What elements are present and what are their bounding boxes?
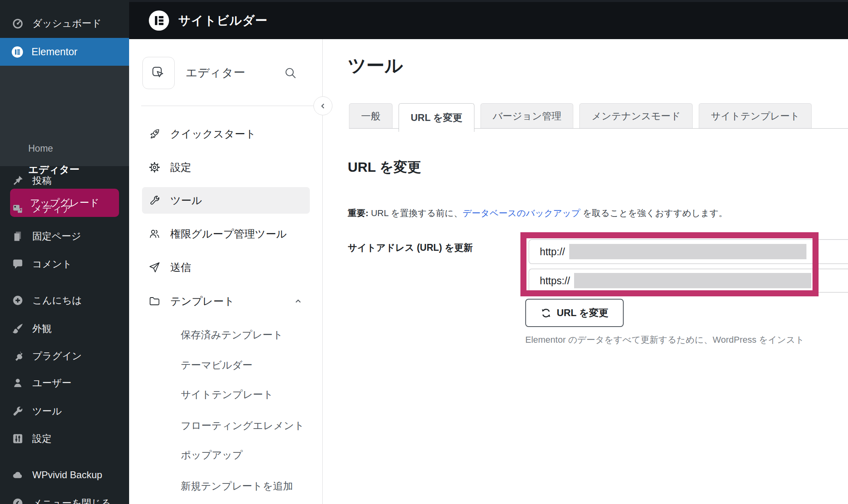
http-url-input[interactable]: http:// bbox=[528, 239, 848, 264]
sidebar-item-label: コメント bbox=[32, 258, 72, 271]
app-topbar: サイトビルダー bbox=[129, 0, 848, 39]
editor-mode-button[interactable] bbox=[142, 57, 175, 89]
sidebar-item-label: 外観 bbox=[32, 322, 52, 335]
sidebar-item-label: メディア bbox=[32, 202, 72, 215]
wrench-icon bbox=[12, 406, 23, 417]
tab-general[interactable]: 一般 bbox=[349, 103, 393, 128]
submenu-item-home[interactable]: Home bbox=[28, 140, 53, 157]
panel-item-label: 設定 bbox=[170, 160, 191, 175]
plugin-icon bbox=[12, 350, 23, 362]
sidebar-item-posts[interactable]: 投稿 bbox=[0, 169, 129, 193]
panel-item-submissions[interactable]: 送信 bbox=[129, 255, 322, 280]
send-icon bbox=[148, 261, 161, 273]
tab-site-templates[interactable]: サイトテンプレート bbox=[699, 103, 812, 128]
sidebar-item-label: 設定 bbox=[32, 432, 52, 445]
search-icon[interactable] bbox=[283, 66, 298, 80]
pages-icon bbox=[12, 231, 23, 242]
sliders-icon bbox=[12, 433, 23, 444]
panel-subitem-theme-builder[interactable]: テーマビルダー bbox=[181, 358, 253, 372]
sidebar-item-plugins[interactable]: プラグイン bbox=[0, 344, 129, 368]
tab-version-control[interactable]: バージョン管理 bbox=[480, 103, 573, 128]
elementor-panel: エディター クイックスタート 設定 ツール 権限グループ管理ツール 送信 bbox=[129, 39, 323, 504]
wp-admin-screen: ダッシュボード Elementor Home エディター アップグレード 投稿 … bbox=[0, 0, 848, 504]
panel-subitem-floating-elements[interactable]: フローティングエレメント bbox=[181, 419, 304, 432]
panel-item-settings[interactable]: 設定 bbox=[129, 155, 322, 180]
redacted-url-value bbox=[569, 244, 806, 259]
user-icon bbox=[12, 377, 23, 389]
comment-icon bbox=[12, 258, 23, 270]
panel-item-quickstart[interactable]: クイックスタート bbox=[129, 121, 322, 146]
sidebar-item-label: こんにちは bbox=[32, 294, 82, 307]
chevron-left-icon bbox=[319, 102, 328, 110]
sidebar-item-elementor[interactable]: Elementor bbox=[0, 38, 129, 66]
elementor-logo-icon bbox=[11, 46, 23, 58]
sidebar-item-label: 投稿 bbox=[32, 174, 52, 187]
users-group-icon bbox=[148, 228, 161, 240]
important-label: 重要: bbox=[348, 208, 368, 218]
sidebar-item-tools[interactable]: ツール bbox=[0, 399, 129, 423]
editor-cursor-icon bbox=[150, 64, 167, 82]
database-backup-link[interactable]: データベースのバックアップ bbox=[463, 208, 581, 218]
redacted-url-value bbox=[574, 273, 811, 288]
panel-collapse-button[interactable] bbox=[313, 96, 332, 115]
https-prefix: https:// bbox=[540, 275, 570, 287]
collapse-menu-icon bbox=[12, 498, 23, 504]
panel-item-role-manager[interactable]: 権限グループ管理ツール bbox=[129, 221, 322, 246]
main-content: ツール 一般 URL を変更 バージョン管理 メンテナンスモード サイトテンプレ… bbox=[323, 39, 848, 504]
sidebar-item-appearance[interactable]: 外観 bbox=[0, 317, 129, 341]
sidebar-item-dashboard[interactable]: ダッシュボード bbox=[0, 11, 129, 35]
cloud-icon bbox=[12, 469, 23, 481]
sidebar-item-comments[interactable]: コメント bbox=[0, 252, 129, 276]
panel-item-label: 権限グループ管理ツール bbox=[170, 227, 287, 241]
panel-item-label: ツール bbox=[170, 194, 202, 208]
sidebar-item-pages[interactable]: 固定ページ bbox=[0, 224, 129, 248]
panel-subitem-add-new-template[interactable]: 新規テンプレートを追加 bbox=[181, 479, 293, 493]
chevron-up-icon[interactable] bbox=[294, 297, 303, 306]
tab-maintenance-mode[interactable]: メンテナンスモード bbox=[579, 103, 693, 128]
panel-subitem-saved-templates[interactable]: 保存済みテンプレート bbox=[181, 328, 283, 342]
http-prefix: http:// bbox=[540, 246, 565, 258]
panel-subitem-site-templates[interactable]: サイトテンプレート bbox=[181, 387, 274, 401]
elementor-logo-icon bbox=[148, 10, 169, 31]
admin-sidebar: ダッシュボード Elementor Home エディター アップグレード 投稿 … bbox=[0, 0, 129, 504]
rocket-icon bbox=[148, 128, 161, 140]
sidebar-item-label: WPvivid Backup bbox=[32, 469, 102, 481]
panel-title: エディター bbox=[186, 62, 245, 84]
sidebar-item-media[interactable]: メディア bbox=[0, 197, 129, 221]
sidebar-item-label: 固定ページ bbox=[32, 230, 81, 243]
sidebar-item-users[interactable]: ユーザー bbox=[0, 371, 129, 395]
circle-plus-icon bbox=[12, 295, 23, 306]
sidebar-item-label: プラグイン bbox=[32, 350, 82, 362]
app-title: サイトビルダー bbox=[178, 2, 267, 39]
panel-divider bbox=[141, 106, 323, 106]
sidebar-item-hello[interactable]: こんにちは bbox=[0, 288, 129, 312]
page-title: ツール bbox=[348, 54, 403, 78]
media-icon bbox=[12, 203, 23, 215]
sidebar-item-label: ツール bbox=[32, 405, 62, 418]
panel-item-tools[interactable]: ツール bbox=[142, 187, 310, 214]
tab-replace-url[interactable]: URL を変更 bbox=[399, 103, 474, 132]
https-url-input[interactable]: https:// bbox=[528, 269, 848, 293]
elementor-submenu: Home エディター アップグレード bbox=[0, 66, 129, 166]
sidebar-item-wpvivid[interactable]: WPvivid Backup bbox=[0, 463, 129, 487]
panel-subitem-popups[interactable]: ポップアップ bbox=[181, 448, 243, 462]
folder-icon bbox=[148, 295, 161, 307]
replace-url-button-label: URL を変更 bbox=[557, 306, 608, 319]
paintbrush-icon bbox=[12, 323, 23, 334]
site-url-field-label: サイトアドレス (URL) を更新 bbox=[348, 242, 473, 254]
section-heading: URL を変更 bbox=[348, 158, 421, 177]
wrench-icon bbox=[148, 194, 161, 206]
sidebar-item-settings[interactable]: 設定 bbox=[0, 427, 129, 451]
sidebar-item-collapse-menu[interactable]: メニューを閉じる bbox=[0, 491, 129, 504]
replace-url-button[interactable]: URL を変更 bbox=[525, 299, 624, 327]
panel-item-label: クイックスタート bbox=[170, 127, 256, 141]
sidebar-item-label: ユーザー bbox=[32, 377, 71, 389]
sidebar-item-label: ダッシュボード bbox=[32, 17, 101, 30]
panel-item-label: テンプレート bbox=[170, 294, 234, 308]
sidebar-item-label: Elementor bbox=[31, 46, 77, 58]
sidebar-item-label: メニューを閉じる bbox=[32, 497, 111, 504]
tools-tabs: 一般 URL を変更 バージョン管理 メンテナンスモード サイトテンプレート bbox=[349, 100, 848, 129]
dashboard-gauge-icon bbox=[12, 18, 23, 29]
pushpin-icon bbox=[12, 175, 23, 186]
panel-item-templates[interactable]: テンプレート bbox=[129, 289, 322, 314]
